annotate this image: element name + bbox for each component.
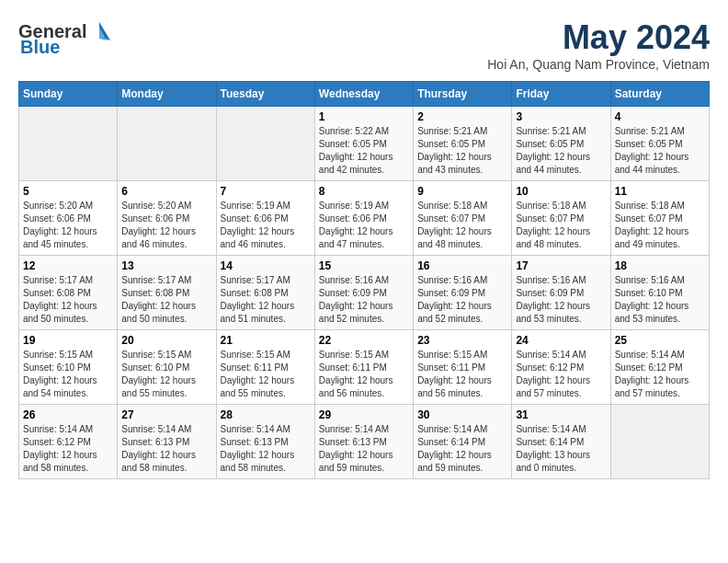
calendar-cell: 10Sunrise: 5:18 AM Sunset: 6:07 PM Dayli…	[512, 181, 610, 256]
day-number: 4	[615, 110, 705, 123]
day-info: Sunrise: 5:14 AM Sunset: 6:12 PM Dayligh…	[615, 349, 705, 400]
day-info: Sunrise: 5:20 AM Sunset: 6:06 PM Dayligh…	[121, 200, 211, 251]
day-info: Sunrise: 5:14 AM Sunset: 6:13 PM Dayligh…	[121, 423, 211, 475]
calendar-cell: 27Sunrise: 5:14 AM Sunset: 6:13 PM Dayli…	[118, 405, 216, 479]
calendar-week-row: 1Sunrise: 5:22 AM Sunset: 6:05 PM Daylig…	[19, 107, 710, 181]
calendar-cell: 13Sunrise: 5:17 AM Sunset: 6:08 PM Dayli…	[118, 256, 216, 330]
logo: General Blue	[18, 18, 112, 58]
day-info: Sunrise: 5:16 AM Sunset: 6:09 PM Dayligh…	[417, 274, 507, 326]
day-number: 31	[516, 408, 606, 421]
calendar-cell: 2Sunrise: 5:21 AM Sunset: 6:05 PM Daylig…	[414, 107, 512, 181]
day-info: Sunrise: 5:19 AM Sunset: 6:06 PM Dayligh…	[221, 200, 311, 251]
day-number: 22	[319, 334, 409, 347]
day-info: Sunrise: 5:19 AM Sunset: 6:06 PM Dayligh…	[319, 200, 409, 251]
header: General Blue May 2024 Hoi An, Quang Nam …	[18, 18, 710, 72]
calendar-cell: 17Sunrise: 5:16 AM Sunset: 6:09 PM Dayli…	[512, 256, 610, 330]
calendar-table: SundayMondayTuesdayWednesdayThursdayFrid…	[18, 81, 710, 479]
day-info: Sunrise: 5:18 AM Sunset: 6:07 PM Dayligh…	[516, 200, 606, 251]
calendar-week-row: 26Sunrise: 5:14 AM Sunset: 6:12 PM Dayli…	[19, 405, 710, 479]
calendar-cell: 22Sunrise: 5:15 AM Sunset: 6:11 PM Dayli…	[314, 330, 413, 405]
day-number: 30	[417, 408, 507, 421]
calendar-cell: 20Sunrise: 5:15 AM Sunset: 6:10 PM Dayli…	[118, 330, 216, 405]
header-day-monday: Monday	[118, 82, 216, 107]
calendar-cell: 4Sunrise: 5:21 AM Sunset: 6:05 PM Daylig…	[610, 107, 709, 181]
calendar-cell: 23Sunrise: 5:15 AM Sunset: 6:11 PM Dayli…	[414, 330, 512, 405]
calendar-cell: 19Sunrise: 5:15 AM Sunset: 6:10 PM Dayli…	[19, 330, 118, 405]
day-number: 16	[417, 259, 507, 272]
day-info: Sunrise: 5:16 AM Sunset: 6:10 PM Dayligh…	[615, 274, 705, 326]
calendar-week-row: 5Sunrise: 5:20 AM Sunset: 6:06 PM Daylig…	[19, 181, 710, 256]
day-info: Sunrise: 5:15 AM Sunset: 6:10 PM Dayligh…	[23, 349, 113, 400]
calendar-cell: 1Sunrise: 5:22 AM Sunset: 6:05 PM Daylig…	[314, 107, 413, 181]
main-title: May 2024	[487, 18, 710, 57]
day-number: 11	[615, 185, 705, 198]
header-day-thursday: Thursday	[414, 82, 512, 107]
calendar-cell: 18Sunrise: 5:16 AM Sunset: 6:10 PM Dayli…	[610, 256, 709, 330]
calendar-cell: 31Sunrise: 5:14 AM Sunset: 6:14 PM Dayli…	[512, 405, 610, 479]
calendar-cell: 28Sunrise: 5:14 AM Sunset: 6:13 PM Dayli…	[216, 405, 314, 479]
day-info: Sunrise: 5:14 AM Sunset: 6:14 PM Dayligh…	[516, 423, 606, 475]
day-number: 18	[615, 259, 705, 272]
day-number: 20	[121, 334, 211, 347]
calendar-cell	[216, 107, 314, 181]
day-number: 19	[23, 334, 113, 347]
day-info: Sunrise: 5:21 AM Sunset: 6:05 PM Dayligh…	[417, 125, 507, 177]
day-number: 26	[23, 408, 113, 421]
calendar-week-row: 19Sunrise: 5:15 AM Sunset: 6:10 PM Dayli…	[19, 330, 710, 405]
calendar-cell: 30Sunrise: 5:14 AM Sunset: 6:14 PM Dayli…	[414, 405, 512, 479]
day-number: 25	[615, 334, 705, 347]
day-number: 6	[121, 185, 211, 198]
day-number: 9	[417, 185, 507, 198]
day-info: Sunrise: 5:17 AM Sunset: 6:08 PM Dayligh…	[121, 274, 211, 326]
calendar-cell	[610, 405, 709, 479]
day-number: 7	[221, 185, 311, 198]
header-day-tuesday: Tuesday	[216, 82, 314, 107]
day-info: Sunrise: 5:20 AM Sunset: 6:06 PM Dayligh…	[23, 200, 113, 251]
day-number: 8	[319, 185, 409, 198]
calendar-cell: 6Sunrise: 5:20 AM Sunset: 6:06 PM Daylig…	[118, 181, 216, 256]
calendar-cell: 11Sunrise: 5:18 AM Sunset: 6:07 PM Dayli…	[610, 181, 709, 256]
day-number: 1	[319, 110, 409, 123]
calendar-cell: 9Sunrise: 5:18 AM Sunset: 6:07 PM Daylig…	[414, 181, 512, 256]
day-info: Sunrise: 5:22 AM Sunset: 6:05 PM Dayligh…	[319, 125, 409, 177]
day-info: Sunrise: 5:15 AM Sunset: 6:11 PM Dayligh…	[417, 349, 507, 400]
day-info: Sunrise: 5:21 AM Sunset: 6:05 PM Dayligh…	[516, 125, 606, 177]
day-number: 28	[221, 408, 311, 421]
day-info: Sunrise: 5:17 AM Sunset: 6:08 PM Dayligh…	[221, 274, 311, 326]
day-number: 15	[319, 259, 409, 272]
day-number: 24	[516, 334, 606, 347]
calendar-cell: 7Sunrise: 5:19 AM Sunset: 6:06 PM Daylig…	[216, 181, 314, 256]
header-day-sunday: Sunday	[19, 82, 118, 107]
calendar-cell	[118, 107, 216, 181]
calendar-cell: 24Sunrise: 5:14 AM Sunset: 6:12 PM Dayli…	[512, 330, 610, 405]
day-info: Sunrise: 5:14 AM Sunset: 6:12 PM Dayligh…	[516, 349, 606, 400]
day-number: 23	[417, 334, 507, 347]
day-info: Sunrise: 5:14 AM Sunset: 6:13 PM Dayligh…	[319, 423, 409, 475]
calendar-cell: 14Sunrise: 5:17 AM Sunset: 6:08 PM Dayli…	[216, 256, 314, 330]
calendar-cell: 21Sunrise: 5:15 AM Sunset: 6:11 PM Dayli…	[216, 330, 314, 405]
calendar-header-row: SundayMondayTuesdayWednesdayThursdayFrid…	[19, 82, 710, 107]
day-info: Sunrise: 5:18 AM Sunset: 6:07 PM Dayligh…	[615, 200, 705, 251]
day-number: 10	[516, 185, 606, 198]
day-info: Sunrise: 5:15 AM Sunset: 6:11 PM Dayligh…	[221, 349, 311, 400]
calendar-cell: 29Sunrise: 5:14 AM Sunset: 6:13 PM Dayli…	[314, 405, 413, 479]
day-info: Sunrise: 5:17 AM Sunset: 6:08 PM Dayligh…	[23, 274, 113, 326]
subtitle: Hoi An, Quang Nam Province, Vietnam	[487, 57, 710, 72]
calendar-week-row: 12Sunrise: 5:17 AM Sunset: 6:08 PM Dayli…	[19, 256, 710, 330]
header-day-saturday: Saturday	[610, 82, 709, 107]
calendar-cell: 26Sunrise: 5:14 AM Sunset: 6:12 PM Dayli…	[19, 405, 118, 479]
day-number: 13	[121, 259, 211, 272]
day-number: 21	[221, 334, 311, 347]
day-info: Sunrise: 5:14 AM Sunset: 6:12 PM Dayligh…	[23, 423, 113, 475]
day-info: Sunrise: 5:14 AM Sunset: 6:14 PM Dayligh…	[417, 423, 507, 475]
calendar-cell: 25Sunrise: 5:14 AM Sunset: 6:12 PM Dayli…	[610, 330, 709, 405]
day-number: 27	[121, 408, 211, 421]
calendar-cell: 12Sunrise: 5:17 AM Sunset: 6:08 PM Dayli…	[19, 256, 118, 330]
day-number: 14	[221, 259, 311, 272]
day-info: Sunrise: 5:15 AM Sunset: 6:10 PM Dayligh…	[121, 349, 211, 400]
day-number: 12	[23, 259, 113, 272]
calendar-cell	[19, 107, 118, 181]
day-number: 29	[319, 408, 409, 421]
day-info: Sunrise: 5:18 AM Sunset: 6:07 PM Dayligh…	[417, 200, 507, 251]
day-info: Sunrise: 5:16 AM Sunset: 6:09 PM Dayligh…	[319, 274, 409, 326]
